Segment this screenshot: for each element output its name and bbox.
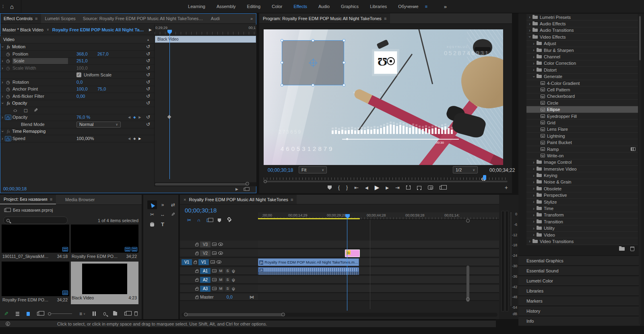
sync-lock-icon[interactable] (212, 287, 217, 290)
solo-button[interactable]: S (225, 268, 230, 274)
chevron-down-icon[interactable]: ∨ (47, 28, 49, 31)
chevron-right-icon[interactable]: › (528, 35, 532, 39)
effects-tree-item[interactable]: › Audio Effects (526, 21, 638, 27)
chevron-right-icon[interactable]: › (527, 22, 532, 26)
video-section-row[interactable]: Video ▴ (0, 36, 154, 43)
scrollbar-knob[interactable] (184, 313, 188, 316)
type-tool[interactable]: T (158, 220, 167, 229)
twirl-icon[interactable]: › (0, 129, 5, 134)
param-value-y[interactable]: 75,0 (97, 87, 106, 91)
effects-tree-item[interactable]: › Perspective (526, 192, 638, 199)
chevron-right-icon[interactable]: › (531, 206, 536, 211)
thumbnail-zoom-slider[interactable] (48, 312, 72, 315)
track-visibility-icon[interactable] (217, 260, 221, 264)
hand-tool[interactable] (147, 220, 157, 229)
panel-menu-icon[interactable]: ≡ (384, 16, 386, 21)
sync-lock-icon[interactable] (212, 278, 217, 281)
slip-tool[interactable]: ↔ (158, 210, 167, 219)
track-lane-master[interactable] (258, 294, 499, 301)
twirl-icon[interactable]: › (0, 44, 5, 49)
scrollbar-thumb[interactable] (185, 313, 283, 316)
new-bin-icon[interactable] (113, 312, 117, 315)
chevron-right-icon[interactable]: › (531, 55, 536, 59)
clip-thumbnail[interactable] (2, 225, 69, 253)
time-remapping-row[interactable]: › fx Time Remapping (0, 128, 154, 135)
track-header-a1[interactable]: A1MSψ (180, 267, 258, 275)
workspace-tab[interactable]: Обучение (392, 0, 424, 13)
snap-icon[interactable]: ∩ (197, 218, 200, 223)
preview-play-icon[interactable]: ▶ (235, 187, 238, 191)
effects-tree-item[interactable]: › Audio Transitions (526, 27, 638, 34)
chevron-right-icon[interactable]: › (531, 48, 536, 52)
panel-menu-icon[interactable]: ≡ (50, 197, 52, 202)
effects-tree-item[interactable]: › Transform (526, 212, 638, 219)
speed-row[interactable]: › ◷ Speed 100,00% ◀ ◆ ▶ (0, 135, 154, 142)
param-value[interactable]: 251,0 (76, 58, 88, 63)
scrollbar-thumb[interactable] (466, 266, 469, 302)
uniform-scale-row[interactable]: ✓ Uniform Scale ↺ (0, 72, 154, 79)
blend-mode-row[interactable]: Blend Mode Normal ∨ ↺ (0, 121, 154, 128)
track-name[interactable]: V2 (200, 250, 211, 256)
clip-thumbnail[interactable] (71, 225, 138, 253)
close-icon[interactable]: × (184, 197, 186, 202)
keyframe-diamond[interactable] (167, 115, 171, 119)
workspace-tab[interactable]: Audio (313, 0, 335, 13)
pen-tool[interactable]: ✎ (168, 210, 178, 219)
effects-tree-item[interactable]: › Time (526, 205, 638, 212)
chevron-right-icon[interactable]: › (532, 74, 536, 79)
position-row[interactable]: ◷ Position 368,0 267,0 ↺ (0, 51, 154, 58)
chevron-right-icon[interactable]: › (527, 28, 532, 33)
timeline-horizontal-scrollbar[interactable] (182, 313, 497, 317)
chevron-right-icon[interactable]: › (531, 41, 536, 46)
mini-timeline-ruler[interactable]: 0;29;29 00;1 (155, 25, 256, 35)
play-button[interactable]: ▶ (375, 184, 380, 191)
track-header-a3[interactable]: A3MSψ (180, 285, 258, 293)
new-custom-bin-icon[interactable] (619, 247, 625, 251)
param-value-y[interactable]: 267,0 (97, 52, 109, 56)
step-back-icon[interactable]: ◀ (365, 186, 368, 190)
source-patch[interactable]: V1 (182, 259, 192, 265)
master-clip-label[interactable]: Master * Black Video (2, 27, 43, 32)
effects-tree-item[interactable]: › Ramp (526, 146, 638, 153)
resize-handle[interactable] (343, 61, 345, 64)
reset-icon[interactable]: ↺ (146, 114, 150, 120)
chevron-right-icon[interactable]: › (527, 15, 532, 19)
selected-graphic-rect[interactable] (282, 40, 344, 85)
ellipse-mask-icon[interactable]: ○ (13, 107, 18, 113)
pen-mask-icon[interactable]: ✎ (34, 107, 38, 113)
pan-icon[interactable]: ⋈ (250, 295, 254, 300)
show-keyframes-button[interactable]: ▶ (149, 28, 152, 32)
effects-tree-item[interactable]: › Video Transitions (526, 238, 638, 245)
param-value-x[interactable]: 368,0 (76, 52, 88, 56)
scrubber-playhead[interactable] (483, 175, 486, 180)
resize-handle[interactable] (281, 39, 283, 42)
icon-view-icon[interactable] (27, 312, 30, 316)
comparison-view-icon[interactable] (440, 186, 444, 190)
reset-icon[interactable]: ↺ (146, 58, 150, 64)
effects-tree-item[interactable]: › Keying (526, 172, 638, 179)
tab-source-monitor[interactable]: Source: Royalty Free EDM POP Music All N… (79, 13, 207, 23)
sync-lock-icon[interactable] (211, 260, 215, 264)
chevron-right-icon[interactable]: › (531, 213, 536, 217)
effects-tree-item[interactable]: › Write-on (526, 153, 638, 159)
mini-timeline-scrollbar[interactable] (154, 182, 256, 186)
next-keyframe-icon[interactable]: ▶ (138, 115, 141, 119)
anchor-point-row[interactable]: ◷ Anchor Point 100,0 75,0 ↺ (0, 86, 154, 93)
timeline-playhead-line[interactable] (347, 218, 347, 311)
scrollbar-knob[interactable] (281, 313, 285, 316)
tab-project[interactable]: Project: Без названия ≡ (0, 195, 56, 204)
rotation-row[interactable]: › ◷ Rotation 0,0 ↺ (0, 79, 154, 86)
chevron-right-icon[interactable]: › (531, 68, 536, 72)
export-frame-icon[interactable] (428, 186, 433, 190)
chevron-right-icon[interactable]: › (531, 226, 536, 231)
resize-handle[interactable] (281, 84, 283, 87)
panel-header[interactable]: Essential Sound (518, 266, 640, 275)
track-name[interactable]: V3 (200, 241, 211, 247)
param-value[interactable]: 0,0 (76, 80, 83, 85)
workspace-tab[interactable]: Learning (182, 0, 211, 13)
lock-icon[interactable] (195, 297, 198, 299)
zoom-bar-knob[interactable] (264, 180, 267, 183)
motion-effect-row[interactable]: › fx Motion ↺ (0, 43, 154, 51)
effects-tree-item[interactable]: › Checkerboard (526, 93, 638, 100)
effects-tree-item[interactable]: › Ellipse (526, 106, 638, 113)
